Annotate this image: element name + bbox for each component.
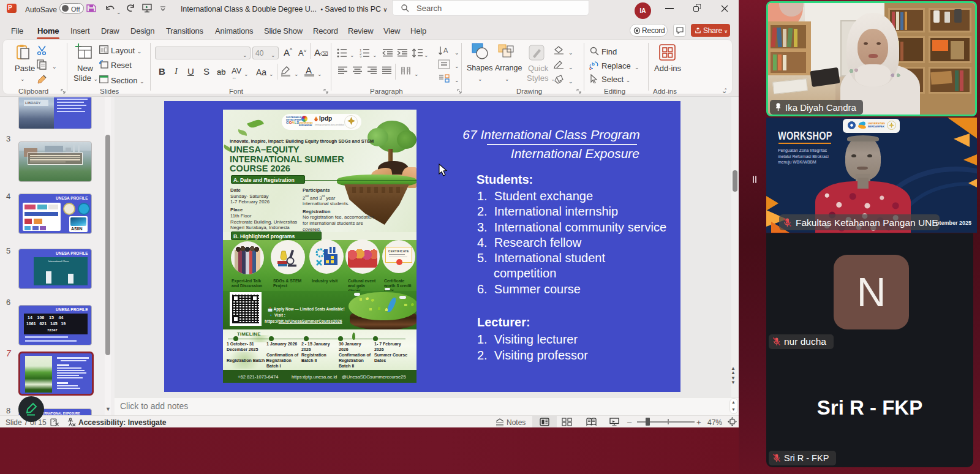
svg-text:b: b (592, 61, 595, 67)
svg-text:3: 3 (360, 55, 362, 58)
svg-text:c: c (589, 66, 592, 70)
svg-text:A: A (443, 47, 448, 54)
